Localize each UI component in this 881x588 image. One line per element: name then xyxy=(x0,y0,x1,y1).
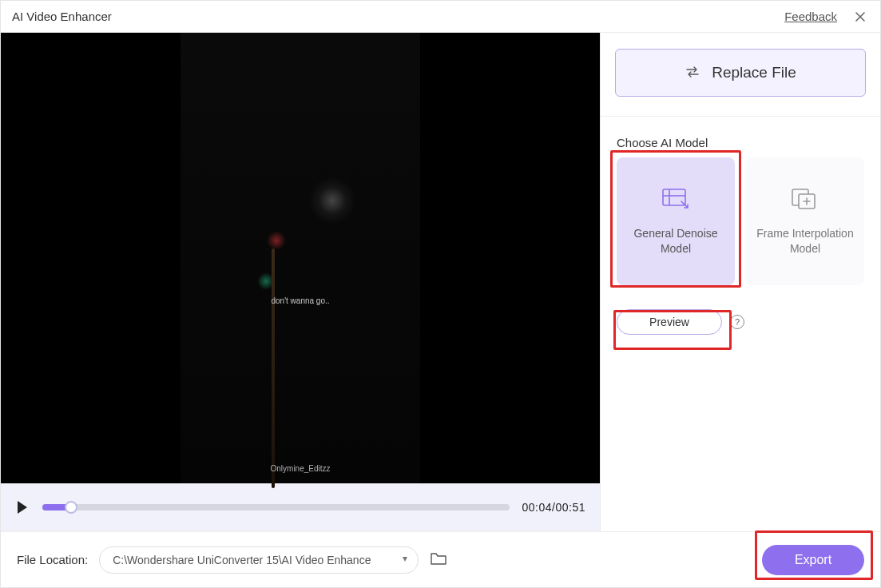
model-general-denoise[interactable]: General Denoise Model xyxy=(617,157,735,285)
folder-icon[interactable] xyxy=(430,551,447,569)
time-display: 00:04/00:51 xyxy=(522,501,585,514)
video-caption: don't wanna go.. xyxy=(271,296,329,305)
progress-slider[interactable] xyxy=(42,504,510,511)
svg-rect-0 xyxy=(663,189,685,205)
file-location-label: File Location: xyxy=(17,553,88,566)
interpolation-icon xyxy=(790,187,820,213)
video-preview[interactable]: don't wanna go.. Onlymine_Editzz xyxy=(1,33,600,483)
close-icon[interactable] xyxy=(851,8,869,26)
model-label: Frame Interpolation Model xyxy=(754,226,856,255)
export-button[interactable]: Export xyxy=(762,545,864,575)
title-bar: AI Video Enhancer Feedback xyxy=(1,1,880,33)
play-icon[interactable] xyxy=(15,500,30,514)
replace-file-button[interactable]: Replace File xyxy=(615,49,866,97)
page-title: AI Video Enhancer xyxy=(12,10,112,23)
preview-button[interactable]: Preview xyxy=(617,309,722,335)
denoise-icon xyxy=(661,187,691,213)
model-label: General Denoise Model xyxy=(625,226,727,255)
preview-label: Preview xyxy=(649,316,689,328)
replace-file-label: Replace File xyxy=(712,64,796,81)
transport-bar: 00:04/00:51 xyxy=(1,483,600,531)
help-icon[interactable]: ? xyxy=(730,315,744,329)
model-frame-interpolation[interactable]: Frame Interpolation Model xyxy=(746,157,864,285)
swap-icon xyxy=(685,64,700,81)
feedback-link[interactable]: Feedback xyxy=(784,10,837,23)
video-watermark: Onlymine_Editzz xyxy=(270,464,330,473)
choose-model-label: Choose AI Model xyxy=(601,116,880,157)
file-location-select[interactable] xyxy=(99,546,419,574)
